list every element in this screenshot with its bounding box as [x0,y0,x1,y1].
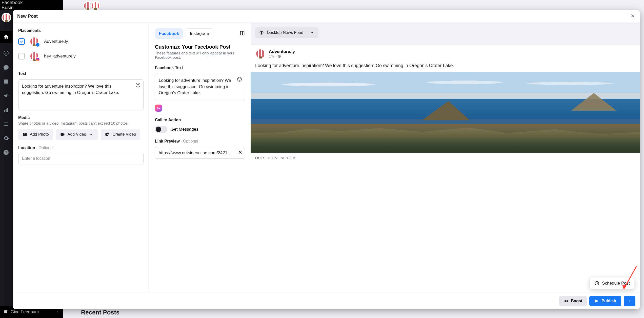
svg-point-8 [137,84,137,85]
publish-button[interactable]: Publish [589,296,621,306]
tab-facebook[interactable]: Facebook [155,28,183,39]
close-icon [238,150,243,155]
preview-link-domain: OUTSIDEONLINE.COM [251,153,640,160]
facebook-circle-icon [259,30,264,35]
cta-title: Call to Action [155,118,245,122]
modal-title: New Post [17,14,38,19]
avatar [255,48,266,59]
boost-label: Boost [571,299,582,303]
svg-rect-11 [61,133,64,136]
text-background-button[interactable]: Aa [155,105,162,112]
text-title: Text [18,71,144,76]
placement-name: Adventure.ly [44,39,68,44]
placement-checkbox-instagram[interactable] [18,53,25,59]
chevron-down-icon [89,132,94,137]
svg-rect-2 [4,110,5,112]
settings-icon[interactable] [3,135,9,142]
svg-point-17 [238,78,239,79]
home-icon[interactable] [0,31,12,43]
cta-option-label: Get Messages [171,127,198,132]
avatar [29,51,39,61]
placement-name: hey_adventurely [44,54,76,59]
location-input[interactable] [18,153,144,164]
emoji-button[interactable] [237,76,242,84]
svg-point-13 [108,133,109,134]
add-photo-button[interactable]: Add Photo [18,129,53,140]
location-title: Location · Optional [18,146,144,150]
link-url-value: https://www.outsideonline.com/2421… [159,150,232,155]
cta-toggle[interactable] [155,126,167,133]
svg-rect-14 [240,31,242,35]
insights-icon[interactable] [3,107,9,114]
close-icon [630,13,635,18]
brand-line-1: Facebook [2,0,61,5]
clock-icon [594,281,599,286]
post-text-value: Looking for adventure inspiration? We lo… [22,84,119,95]
add-video-label: Add Video [68,132,86,137]
preview-post-text: Looking for adventure inspiration? We lo… [251,63,640,72]
fb-text-input[interactable]: Looking for adventure inspiration? We lo… [155,74,245,101]
tab-instagram[interactable]: Instagram [186,28,213,39]
feedback-icon [4,310,8,314]
brand: Facebook Busin [0,0,63,10]
background-recent-posts: Recent Posts [81,309,119,316]
new-post-modal: New Post Placements Adventure.ly [13,10,640,309]
add-video-button[interactable]: Add Video [56,129,98,140]
publish-more-button[interactable] [624,296,635,306]
column-placements: Placements Adventure.ly [13,23,149,293]
close-button[interactable] [630,13,635,19]
help-icon[interactable]: ? [3,149,9,156]
placement-row-instagram[interactable]: hey_adventurely [18,51,144,61]
media-subtitle: Share photos or a video. Instagram posts… [18,121,144,125]
svg-rect-4 [7,108,8,112]
posts-icon[interactable] [3,78,9,86]
create-video-label: Create Video [112,132,136,137]
preview-meta: 1m · [269,54,295,58]
messenger-icon[interactable] [3,64,9,71]
svg-point-16 [237,77,242,82]
send-icon [594,299,599,303]
svg-rect-15 [243,31,244,35]
optional-tag: Optional [183,139,198,143]
photo-icon [22,132,27,137]
post-text-input[interactable]: Looking for adventure inspiration? We lo… [18,80,144,110]
preview-surface-label: Desktop News Feed [267,30,303,35]
modal-footer: Boost Publish [13,293,640,309]
columns-icon [239,30,245,36]
svg-point-0 [4,51,8,55]
whatsapp-icon[interactable] [3,50,9,57]
create-video-button[interactable]: Create Video [101,129,140,140]
fb-text-value: Looking for adventure inspiration? We lo… [159,78,231,95]
chevron-down-icon [56,310,59,314]
megaphone-icon [564,299,568,303]
placement-row-facebook[interactable]: Adventure.ly [18,36,144,47]
compare-view-button[interactable] [239,30,245,37]
emoji-icon [237,76,242,82]
globe-icon [278,55,281,58]
optional-tag: Optional [38,146,54,150]
svg-rect-3 [6,109,7,112]
emoji-button[interactable] [135,82,141,90]
avatar [29,36,39,47]
svg-rect-1 [4,80,8,84]
svg-text:?: ? [5,151,7,154]
svg-point-7 [136,83,140,87]
preview-page-name: Adventure.ly [269,49,295,54]
boost-button[interactable]: Boost [559,296,587,306]
placement-checkbox-facebook[interactable] [18,38,25,45]
modal-body: Placements Adventure.ly [13,23,640,293]
schedule-label: Schedule Post [602,281,630,286]
column-customize: Facebook Instagram Customize Your Facebo… [149,23,251,293]
menu-icon[interactable] [3,121,9,128]
publish-label: Publish [601,299,616,303]
network-tabs: Facebook Instagram [155,28,245,39]
video-icon [60,132,65,137]
clear-link-button[interactable] [238,150,243,156]
app-shell: Facebook Busin [0,0,644,318]
megaphone-icon[interactable] [3,93,9,100]
rail-nav: ? [0,26,12,156]
schedule-post-option[interactable]: Schedule Post [590,277,634,289]
preview-surface-select[interactable]: Desktop News Feed [255,27,318,38]
link-preview-input[interactable]: https://www.outsideonline.com/2421… [155,147,245,159]
facebook-badge-icon [35,43,40,47]
